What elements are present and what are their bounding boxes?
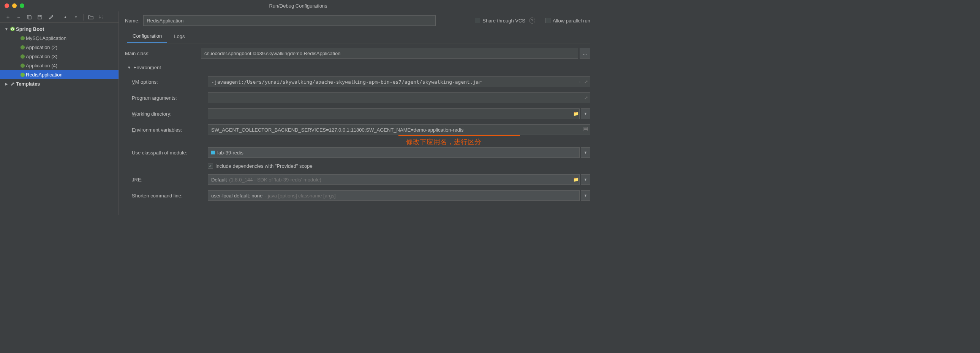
jre-select[interactable]: Default (1.8.0_144 - SDK of 'lab-39-redi… bbox=[208, 174, 580, 185]
main-class-label: Main class: bbox=[125, 51, 201, 56]
edit-defaults-button[interactable] bbox=[46, 13, 55, 21]
tab-configuration[interactable]: Configuration bbox=[127, 30, 167, 43]
tree-label: MySQLApplication bbox=[26, 35, 67, 41]
titlebar: Run/Debug Configurations bbox=[0, 0, 597, 11]
name-label: Name: bbox=[125, 18, 139, 24]
svg-point-4 bbox=[20, 36, 24, 40]
svg-rect-9 bbox=[584, 128, 588, 131]
move-up-button[interactable]: ▲ bbox=[61, 13, 70, 21]
config-name-input[interactable] bbox=[143, 15, 436, 26]
env-vars-input[interactable] bbox=[208, 125, 590, 135]
shorten-cmd-label: Shorten command line: bbox=[132, 193, 208, 198]
tree-node-spring-boot[interactable]: ▼ Spring Boot bbox=[0, 24, 119, 34]
working-dir-label: Working directory: bbox=[132, 111, 208, 117]
save-config-button[interactable] bbox=[36, 13, 44, 21]
classpath-dropdown-button[interactable]: ▼ bbox=[581, 147, 590, 158]
tree-label: Spring Boot bbox=[16, 26, 44, 32]
tree-label: Application (4) bbox=[26, 63, 57, 69]
annotation-text: 修改下应用名，进行区分 bbox=[406, 137, 481, 147]
working-dir-input[interactable] bbox=[208, 109, 580, 119]
tree-label: Application (2) bbox=[26, 45, 57, 50]
left-panel: ＋ − ▲ ▼ ▼ Spring Boot bbox=[0, 11, 119, 215]
spring-boot-icon bbox=[19, 72, 26, 77]
classpath-module-select[interactable]: lab-39-redis bbox=[208, 147, 580, 158]
vm-options-label: VM options: bbox=[132, 79, 208, 85]
main-class-input[interactable] bbox=[201, 48, 578, 59]
tree-label: RedisApplication bbox=[26, 72, 63, 78]
checkbox-icon bbox=[475, 18, 480, 23]
svg-rect-1 bbox=[28, 16, 31, 19]
expand-field-icon[interactable]: ⤢ bbox=[584, 79, 588, 85]
working-dir-dropdown-button[interactable]: ▼ bbox=[581, 109, 590, 119]
remove-config-button[interactable]: − bbox=[14, 13, 23, 21]
window-controls bbox=[5, 3, 24, 8]
tree-node-templates[interactable]: ▶ Templates bbox=[0, 79, 119, 88]
browse-main-class-button[interactable]: … bbox=[580, 48, 590, 59]
maximize-window-button[interactable] bbox=[20, 3, 24, 8]
close-window-button[interactable] bbox=[5, 3, 9, 8]
spring-boot-icon bbox=[9, 26, 16, 32]
environment-section-header[interactable]: ▼ Environment bbox=[127, 64, 590, 71]
copy-config-button[interactable] bbox=[25, 13, 33, 21]
svg-point-5 bbox=[20, 45, 24, 49]
allow-parallel-checkbox[interactable]: Allow parallel run bbox=[545, 18, 590, 24]
jre-label: JRE: bbox=[132, 177, 208, 182]
tree-item-application-4[interactable]: Application (4) bbox=[0, 61, 119, 70]
checkbox-icon bbox=[545, 18, 550, 23]
config-tabs: Configuration Logs bbox=[125, 30, 590, 43]
tree-item-application-3[interactable]: Application (3) bbox=[0, 52, 119, 61]
tree-item-mysql-app[interactable]: MySQLApplication bbox=[0, 34, 119, 43]
spring-boot-icon bbox=[19, 63, 26, 68]
move-down-button[interactable]: ▼ bbox=[72, 13, 80, 21]
shorten-cmd-select[interactable]: user-local default: none - java [options… bbox=[208, 190, 580, 201]
checkbox-icon: ✓ bbox=[208, 164, 213, 169]
env-vars-label: Environment variables: bbox=[132, 127, 208, 133]
folder-icon[interactable]: 📁 bbox=[573, 177, 579, 182]
vm-options-input[interactable] bbox=[208, 77, 590, 87]
add-config-button[interactable]: ＋ bbox=[4, 13, 12, 21]
section-label: Environment bbox=[133, 65, 161, 70]
program-args-input[interactable] bbox=[208, 93, 590, 103]
minimize-window-button[interactable] bbox=[12, 3, 17, 8]
config-toolbar: ＋ − ▲ ▼ bbox=[0, 11, 119, 23]
config-tree: ▼ Spring Boot MySQLApplication Applicati… bbox=[0, 23, 119, 215]
folder-icon[interactable]: 📁 bbox=[573, 111, 579, 117]
sort-button[interactable] bbox=[97, 13, 106, 21]
select-secondary: - java [options] classname [args] bbox=[265, 193, 336, 198]
share-vcs-checkbox[interactable]: Share through VCS ? bbox=[475, 18, 535, 24]
select-value: lab-39-redis bbox=[217, 150, 243, 156]
tree-item-application-2[interactable]: Application (2) bbox=[0, 43, 119, 52]
collapse-arrow-icon: ▼ bbox=[127, 65, 131, 70]
expand-arrow-icon: ▶ bbox=[4, 82, 9, 86]
expand-arrow-icon: ▼ bbox=[4, 27, 9, 31]
jre-dropdown-button[interactable]: ▼ bbox=[581, 174, 590, 185]
wrench-icon bbox=[9, 81, 16, 86]
right-panel: Name: Share through VCS ? Allow parallel… bbox=[119, 11, 597, 215]
list-edit-icon[interactable] bbox=[584, 127, 588, 133]
tree-label: Templates bbox=[16, 81, 40, 87]
shorten-dropdown-button[interactable]: ▼ bbox=[581, 190, 590, 201]
spring-boot-icon bbox=[19, 54, 26, 59]
tree-item-redis-app[interactable]: RedisApplication bbox=[0, 70, 119, 79]
help-icon[interactable]: ? bbox=[529, 18, 535, 24]
expand-field-icon[interactable]: ⤢ bbox=[584, 95, 588, 101]
program-args-label: Program arguments: bbox=[132, 95, 208, 101]
select-value: Default bbox=[211, 177, 227, 182]
tab-logs[interactable]: Logs bbox=[169, 30, 190, 43]
module-icon bbox=[211, 151, 215, 155]
svg-point-6 bbox=[20, 54, 24, 58]
include-provided-checkbox[interactable]: ✓ Include dependencies with "Provided" s… bbox=[208, 163, 313, 169]
checkbox-label: Include dependencies with "Provided" sco… bbox=[215, 163, 313, 169]
insert-macro-icon[interactable]: + bbox=[579, 80, 581, 84]
configuration-form: Main class: … ▼ Environment VM options: … bbox=[125, 43, 590, 201]
select-secondary: (1.8.0_144 - SDK of 'lab-39-redis' modul… bbox=[229, 177, 321, 182]
spring-boot-icon bbox=[19, 36, 26, 41]
tree-label: Application (3) bbox=[26, 54, 57, 59]
spring-boot-icon bbox=[19, 45, 26, 50]
folder-button[interactable] bbox=[87, 13, 95, 21]
svg-point-7 bbox=[20, 63, 24, 67]
window-title: Run/Debug Configurations bbox=[269, 3, 327, 9]
annotation-underline bbox=[398, 135, 520, 136]
classpath-label: Use classpath of module: bbox=[132, 150, 208, 156]
run-debug-config-window: Run/Debug Configurations ＋ − ▲ ▼ ▼ bbox=[0, 0, 597, 215]
